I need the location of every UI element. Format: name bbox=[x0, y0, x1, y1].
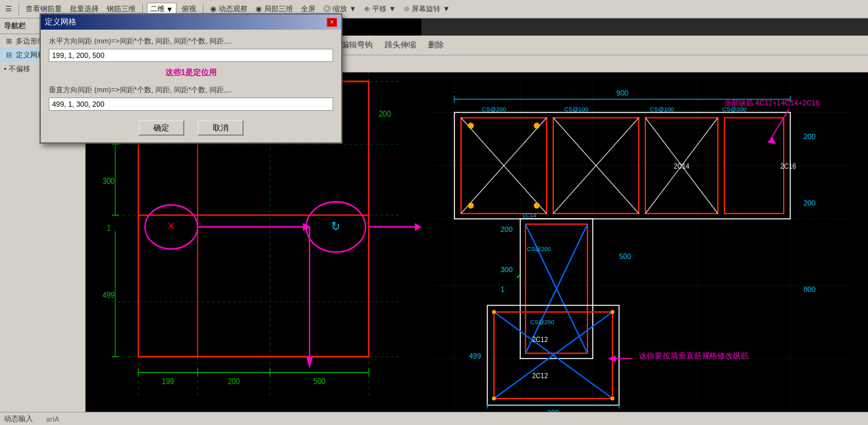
dialog-horizontal-input[interactable] bbox=[49, 49, 333, 62]
btn-head-extend[interactable]: 蹄头伸缩 bbox=[381, 38, 420, 52]
btn-edit-hook[interactable]: 编辑弯钩 bbox=[337, 38, 377, 52]
left-panel-label-offset: • 不偏移 bbox=[4, 64, 30, 74]
x-mark: × bbox=[168, 218, 175, 234]
label-cs200-bot: CS@200 bbox=[530, 319, 555, 326]
svg-point-65 bbox=[534, 203, 539, 208]
svg-point-80 bbox=[610, 397, 614, 401]
sep1 bbox=[18, 3, 19, 15]
label-2c12-bot: 2C12 bbox=[532, 372, 548, 380]
dim-mid-300: 300 bbox=[501, 266, 512, 273]
canvas-right: CS@200 CS@100 CS@100 CS@200 2C14 2C16 90… bbox=[421, 72, 868, 412]
btn-pan[interactable]: ⊕ 平移 ▼ bbox=[362, 3, 398, 14]
dim-mid-500: 500 bbox=[619, 252, 631, 260]
svg-point-62 bbox=[468, 123, 474, 128]
svg-point-77 bbox=[492, 310, 496, 314]
dim-left-300: 300 bbox=[103, 176, 115, 186]
label-2c14: 2C14 bbox=[674, 163, 690, 170]
dim-bottom-199: 199 bbox=[162, 376, 175, 386]
dialog-define-grid: 定义网格 × 水平方向间距 (mm)=>间距*个数, 间距, 间距*个数, 间距… bbox=[40, 13, 342, 144]
dim-mid-1: 1 bbox=[501, 285, 504, 293]
dim-bottom-200: 200 bbox=[228, 376, 240, 386]
dialog-body: 水平方向间距 (mm)=>间距*个数, 间距, 间距*个数, 间距,... 这些… bbox=[41, 30, 341, 142]
dialog-vertical-label: 垂直方向间距 (mm)=>间距*个数, 间距, 间距*个数, 间距,... bbox=[49, 85, 333, 95]
dropdown-arrow: ▼ bbox=[166, 5, 173, 13]
label-cs200-mid: CS@200 bbox=[527, 246, 551, 252]
btn-delete[interactable]: 删除 bbox=[424, 38, 448, 52]
label-1c14: 1C14 bbox=[522, 212, 536, 219]
grid-icon: ⊟ bbox=[4, 51, 13, 60]
dialog-cancel-button[interactable]: 取消 bbox=[198, 120, 244, 136]
dim-right-800: 800 bbox=[803, 285, 815, 293]
annotation-modify-rebar: 这你要按墙垂直筋规格修改纵筋 bbox=[639, 351, 749, 360]
status-aria: arIA bbox=[46, 415, 59, 423]
canvas-right-svg: CS@200 CS@100 CS@100 CS@200 2C14 2C16 90… bbox=[421, 72, 868, 412]
dim-left-499: 499 bbox=[103, 290, 115, 300]
annotation-all-rebar: 全部纵筋 4C12+14C14+2C16 bbox=[724, 99, 820, 107]
dim-right-200-top: 200 bbox=[803, 132, 815, 140]
dialog-confirm-button[interactable]: 确定 bbox=[138, 120, 184, 136]
dim-left-1: 1 bbox=[107, 224, 111, 233]
polygon-icon: ⊞ bbox=[4, 37, 13, 46]
dim-top-900: 900 bbox=[616, 89, 628, 97]
dim-mid-200: 200 bbox=[501, 225, 512, 233]
status-text: 动态输入 bbox=[4, 414, 33, 424]
dialog-horizontal-label: 水平方向间距 (mm)=>间距*个数, 间距, 间距*个数, 间距,... bbox=[49, 36, 333, 46]
btn-screen-rotate[interactable]: ⊙ 屏幕旋转 ▼ bbox=[401, 3, 452, 14]
menu-icon[interactable]: ☰ bbox=[3, 4, 14, 14]
label-2c12-top: 2C12 bbox=[532, 336, 548, 343]
dim-bot-499: 499 bbox=[469, 352, 481, 360]
svg-point-64 bbox=[468, 203, 474, 208]
rotate-symbol: ↻ bbox=[331, 219, 340, 234]
svg-point-63 bbox=[534, 123, 539, 128]
dim-right-200-bot: 200 bbox=[803, 199, 815, 207]
label-cs100-2: CS@100 bbox=[650, 106, 674, 113]
dialog-hint-text: 这些1是定位用 bbox=[49, 67, 333, 78]
dim-right-200: 200 bbox=[379, 109, 391, 119]
label-2c16: 2C16 bbox=[780, 163, 796, 170]
label-cs100-1: CS@100 bbox=[564, 106, 589, 113]
dialog-titlebar: 定义网格 × bbox=[41, 14, 341, 30]
dialog-close-button[interactable]: × bbox=[327, 18, 337, 27]
svg-point-79 bbox=[492, 397, 496, 401]
status-bar: 动态输入 arIA bbox=[0, 412, 868, 425]
dialog-buttons: 确定 取消 bbox=[49, 120, 333, 136]
view-2d-label: 二维 bbox=[150, 4, 165, 14]
green-tick: ✓ bbox=[516, 271, 522, 281]
dialog-title: 定义网格 bbox=[45, 16, 76, 28]
dialog-vertical-input[interactable] bbox=[49, 98, 333, 111]
dim-bottom-500: 500 bbox=[313, 376, 326, 386]
svg-point-78 bbox=[610, 310, 614, 314]
label-cs200-1: CS@200 bbox=[482, 106, 506, 113]
